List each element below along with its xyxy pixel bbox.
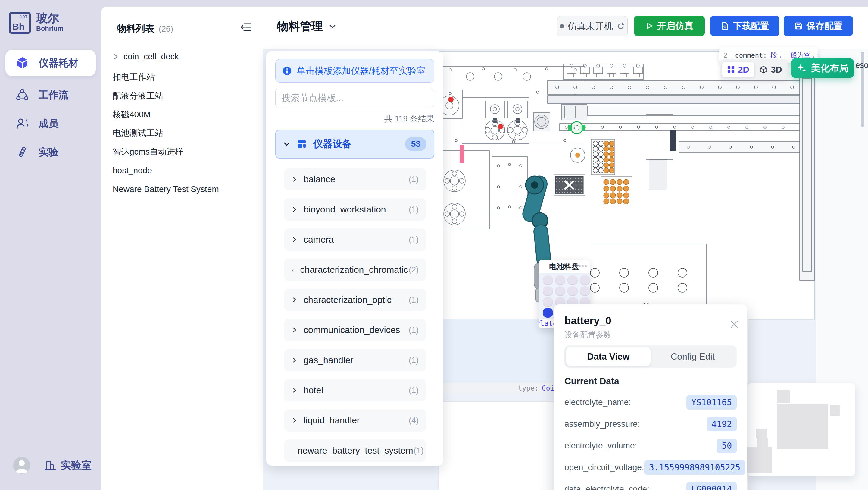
battery-tray-header: 电池料盘: [538, 260, 590, 273]
sidebar-item-members[interactable]: 成员: [5, 110, 96, 137]
cad-drawing: [438, 51, 815, 319]
template-item-count: (1): [409, 325, 418, 335]
template-panel: 单击模板添加仪器/耗材至实验室 共 119 条结果 仪器设备 53 balanc…: [266, 51, 443, 466]
app-root: 107 Bh 玻尔 Bohrium 仪器耗材 工作流: [0, 0, 868, 490]
info-icon: [282, 66, 292, 76]
template-item-count: (1): [409, 295, 418, 305]
template-item-count: (1): [409, 386, 418, 395]
tray-slot[interactable]: [543, 276, 553, 285]
start-simulation-button[interactable]: 开启仿真: [634, 16, 705, 36]
materials-panel: 物料列表 (26) coin_cell_deck 扣电工作站 配液分液工站 核磁…: [101, 7, 263, 490]
grid-2d-icon: [727, 66, 735, 74]
avatar[interactable]: [13, 457, 30, 474]
tray-slot-selected[interactable]: [543, 308, 553, 318]
materials-count: (26): [159, 24, 173, 34]
status-label: 仿真未开机: [568, 20, 613, 33]
view-3d-label: 3D: [771, 65, 782, 75]
template-item-gas-handler[interactable]: gas_handler (1): [284, 349, 426, 371]
template-item-label: camera: [304, 234, 334, 245]
close-icon[interactable]: [730, 320, 739, 328]
sidebar-item-instruments[interactable]: 仪器耗材: [5, 50, 96, 76]
minimap[interactable]: [747, 383, 855, 476]
material-item[interactable]: 配液分液工站: [113, 89, 251, 103]
hint-banner-text: 单击模板添加仪器/耗材至实验室: [297, 65, 426, 77]
view-3d-button[interactable]: 3D: [754, 62, 787, 77]
simulation-status[interactable]: 仿真未开机: [557, 16, 628, 36]
material-item-label: 智达gcms自动进样: [113, 146, 183, 157]
test-tube-icon: [16, 146, 29, 159]
template-item-label: liquid_handler: [304, 415, 360, 426]
page-title-dropdown[interactable]: 物料管理: [277, 19, 337, 34]
download-config-button[interactable]: 下载配置: [710, 16, 779, 36]
data-field-row: data_electrolyte_code: LG000014: [564, 482, 737, 490]
field-label: data_electrolyte_code:: [564, 484, 649, 490]
tray-slot[interactable]: [567, 286, 578, 296]
category-instrument-devices[interactable]: 仪器设备 53: [275, 129, 434, 158]
material-item[interactable]: host_node: [113, 164, 251, 177]
template-item-communication-devices[interactable]: communication_devices (1): [284, 319, 426, 341]
template-item-label: bioyond_workstation: [304, 204, 386, 214]
tray-slot[interactable]: [543, 297, 553, 307]
tray-slot[interactable]: [567, 276, 578, 285]
view-2d-button[interactable]: 2D: [722, 62, 754, 77]
view-2d-label: 2D: [738, 65, 749, 75]
more-icon[interactable]: [579, 265, 587, 267]
template-item-characterization-chromatic[interactable]: characterization_chromatic (2): [284, 259, 426, 281]
template-item-neware-battery-test-system[interactable]: neware_battery_test_system (1): [284, 439, 426, 462]
template-item-count: (1): [409, 175, 418, 184]
template-item-bioyond-workstation[interactable]: bioyond_workstation (1): [284, 198, 426, 221]
battery-config-popup: battery_0 设备配置参数 Data View Config Edit C…: [554, 305, 747, 490]
tray-slot[interactable]: [580, 276, 590, 285]
field-value: YS101165: [686, 395, 737, 409]
download-config-label: 下载配置: [733, 20, 769, 32]
beautify-layout-button[interactable]: 美化布局: [791, 58, 854, 78]
tab-config-edit[interactable]: Config Edit: [651, 347, 735, 366]
tooltip-prefix: 2: [723, 52, 727, 59]
page-title: 物料管理: [277, 19, 323, 34]
save-config-label: 保存配置: [807, 20, 843, 32]
battery-tray-title: 电池料盘: [549, 262, 579, 271]
search-input[interactable]: [275, 89, 434, 107]
sidebar-item-workflow[interactable]: 工作流: [5, 82, 96, 108]
field-value: 50: [717, 439, 737, 453]
tray-slot[interactable]: [543, 286, 553, 296]
materials-title: 物料列表: [117, 22, 155, 35]
lab-label: 实验室: [61, 458, 92, 472]
material-item-label: host_node: [113, 166, 152, 175]
save-icon: [794, 22, 803, 30]
tray-slot[interactable]: [555, 276, 565, 285]
template-item-balance[interactable]: balance (1): [284, 168, 426, 191]
field-value: LG000014: [686, 482, 737, 490]
hint-banner: 单击模板添加仪器/耗材至实验室: [275, 59, 434, 83]
sparkles-icon: [797, 63, 807, 73]
template-item-label: communication_devices: [304, 325, 400, 335]
data-field-row: assembly_pressure: 4192: [564, 416, 737, 432]
chevron-right-icon: [291, 327, 298, 333]
tab-data-view[interactable]: Data View: [566, 347, 651, 366]
material-item[interactable]: coin_cell_deck: [113, 50, 251, 64]
lab-entry[interactable]: 实验室: [44, 458, 92, 472]
material-item-label: coin_cell_deck: [123, 52, 179, 61]
sidebar-item-label: 实验: [38, 146, 58, 159]
sidebar-item-experiments[interactable]: 实验: [5, 139, 96, 166]
tray-slot[interactable]: [555, 286, 565, 296]
material-item-label: 扣电工作站: [113, 71, 155, 83]
save-config-button[interactable]: 保存配置: [784, 16, 853, 36]
chevron-right-icon: [291, 297, 298, 303]
refresh-icon[interactable]: [617, 22, 625, 30]
play-icon: [645, 22, 653, 30]
template-item-label: characterization_chromatic: [300, 265, 408, 275]
template-item-label: balance: [304, 174, 335, 184]
template-item-hotel[interactable]: hotel (1): [284, 379, 426, 401]
tray-slot[interactable]: [580, 286, 590, 296]
collapse-panel-icon[interactable]: [240, 21, 252, 33]
material-item[interactable]: 核磁400M: [113, 108, 251, 121]
material-item[interactable]: 智达gcms自动进样: [113, 145, 251, 159]
template-item-liquid-handler[interactable]: liquid_handler (4): [284, 409, 426, 432]
chevron-down-icon: [283, 140, 290, 148]
material-item[interactable]: 扣电工作站: [113, 70, 251, 84]
material-item[interactable]: Neware Battery Test System: [113, 182, 251, 196]
material-item[interactable]: 电池测试工站: [113, 126, 251, 140]
template-item-characterization-optic[interactable]: characterization_optic (1): [284, 289, 426, 311]
template-item-camera[interactable]: camera (1): [284, 228, 426, 251]
